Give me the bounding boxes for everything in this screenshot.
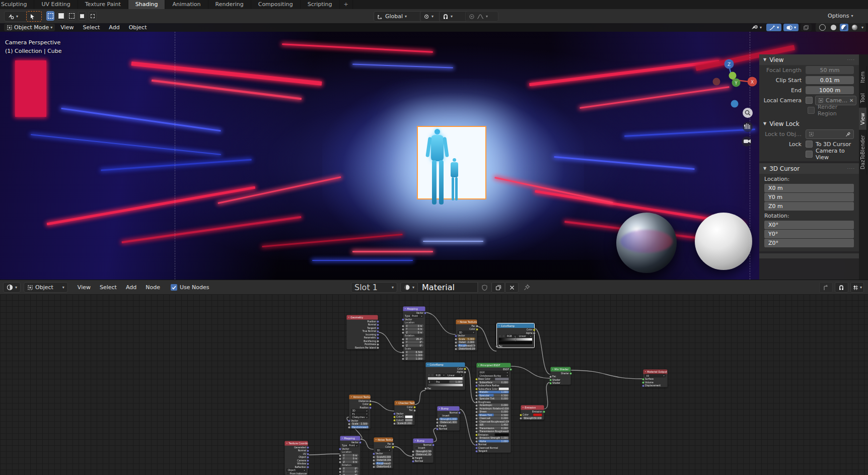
shader-menu-node[interactable]: Node: [141, 284, 165, 291]
node-row-randomness[interactable]: Randomness1.000: [349, 426, 371, 429]
use-nodes-toggle[interactable]: Use Nodes: [171, 284, 209, 291]
pin-button[interactable]: [521, 283, 533, 292]
shader-menu-view[interactable]: View: [73, 284, 95, 291]
checkbox-to-3d-cursor[interactable]: [806, 141, 813, 148]
node-mix-shader[interactable]: ▾Mix ShaderShaderFacShaderShader: [550, 367, 571, 385]
node-row-displacement[interactable]: Displacement: [643, 384, 668, 387]
node-header-voronoi-texture[interactable]: ▾Voronoi Texture: [349, 395, 371, 399]
socket-out[interactable]: [377, 347, 379, 349]
node-header-noise-texture-1[interactable]: ▾Noise Texture: [456, 320, 477, 324]
node-material-output[interactable]: ▾Material OutputAll▾SurfaceVolumeDisplac…: [643, 369, 668, 387]
node-emission[interactable]: ▾EmissionEmissionColorStrength50.000: [521, 405, 544, 420]
cursor-location-z[interactable]: Z0 m: [764, 202, 854, 211]
node-row-distortion[interactable]: Distortion0.000: [374, 465, 393, 468]
clear-camera-icon[interactable]: ✕: [849, 98, 853, 103]
node-row-emission-strength[interactable]: Emission Strength1.000: [477, 436, 511, 440]
field-value-focal-length[interactable]: 50 mm: [806, 66, 854, 74]
socket-in[interactable]: [520, 417, 522, 420]
node-header-mapping-1[interactable]: ▾Mapping: [403, 307, 425, 311]
node-row-anisotropic-rotation[interactable]: Anisotropic Rotation0.000: [477, 407, 511, 411]
tab-scripting[interactable]: Scripting: [301, 0, 340, 9]
shader-menu-select[interactable]: Select: [95, 284, 121, 291]
field-value-end[interactable]: 1000 m: [806, 86, 854, 94]
local-camera-checkbox[interactable]: [806, 97, 813, 104]
node-header-material-output[interactable]: ▾Material Output: [643, 370, 668, 374]
node-row-shader[interactable]: Shader: [551, 381, 571, 385]
node-row-transmission-roughness[interactable]: Transmission Roughness0.000: [477, 430, 511, 433]
shading-rendered-button[interactable]: [850, 24, 859, 31]
select-mode-tweak[interactable]: [46, 11, 54, 21]
select-mode-extend[interactable]: [89, 11, 97, 21]
cursor-rotation-y[interactable]: Y0°: [764, 230, 854, 238]
node-texture-coordinate[interactable]: ▾Texture CoordinateGeneratedNormalUVObje…: [284, 441, 308, 475]
node-header-texture-coordinate[interactable]: ▾Texture Coordinate: [285, 441, 308, 446]
node-row-roughness[interactable]: Roughness0.500: [374, 462, 393, 465]
socket-in[interactable]: [412, 460, 414, 463]
cursor-location-x[interactable]: X0 m: [764, 184, 854, 192]
node-row-metallic[interactable]: Metallic1.000: [477, 390, 511, 394]
node-row-alpha[interactable]: Alpha1.000: [477, 440, 511, 443]
node-row-strength[interactable]: Strength1.000: [438, 418, 460, 421]
node-header-geometry[interactable]: ▾Geometry: [347, 315, 378, 320]
socket-in[interactable]: [436, 428, 439, 431]
node-mapping-2[interactable]: ▾MappingVectorTypePoint▾VectorLocationX0…: [340, 436, 360, 475]
socket-in[interactable]: [348, 426, 350, 429]
node-colorramp-1[interactable]: ▾ColorRampColorAlphaRGB▾Linear▾Fac: [496, 323, 535, 348]
node-checker-texture[interactable]: ▾Checker TextureColorFacVectorColor1Colo…: [394, 400, 415, 425]
shading-wireframe-button[interactable]: [818, 24, 827, 31]
options-dropdown[interactable]: Options ▾: [825, 11, 863, 21]
socket-in[interactable]: [393, 423, 396, 425]
xray-toggle[interactable]: [801, 24, 812, 31]
node-noise-texture-1[interactable]: ▾Noise TextureFacColor3D▾VectorScale5.00…: [456, 319, 477, 351]
socket-in[interactable]: [496, 345, 498, 348]
tab-compositing[interactable]: Compositing: [251, 0, 301, 9]
socket-in[interactable]: [373, 466, 375, 468]
node-header-checker-texture[interactable]: ▾Checker Texture: [395, 401, 415, 405]
fake-user-button[interactable]: [478, 282, 491, 293]
tool-settings-button[interactable]: ▾: [4, 11, 28, 22]
tab-animation[interactable]: Animation: [165, 0, 208, 9]
socket-in[interactable]: [455, 348, 457, 351]
node-row-scale[interactable]: Scale18.000: [395, 422, 415, 425]
node-header-mix-shader[interactable]: ▾Mix Shader: [551, 367, 571, 372]
shading-material-preview-button[interactable]: [840, 24, 848, 31]
new-material-button[interactable]: [491, 282, 505, 293]
tab-texture-paint[interactable]: Texture Paint: [78, 0, 128, 9]
select-mode-box[interactable]: [57, 11, 65, 21]
transform-orientation-dropdown[interactable]: Global ▾: [374, 11, 424, 22]
socket-in[interactable]: [402, 358, 404, 360]
snap-toggle-button[interactable]: [835, 282, 848, 293]
node-principled-bsdf[interactable]: ▾Principled BSDFBSDFGGX▾Christensen-Burl…: [476, 363, 511, 453]
node-row-clearcoat-roughness[interactable]: Clearcoat Roughness0.030: [477, 420, 511, 424]
select-mode-lasso[interactable]: [78, 11, 86, 21]
cursor-panel-header[interactable]: ▼3D Cursor····: [759, 163, 859, 174]
socket-in[interactable]: [549, 382, 552, 385]
browse-material-dropdown[interactable]: ▾: [400, 282, 418, 293]
cursor-location-y[interactable]: Y0 m: [764, 193, 854, 201]
color-swatch[interactable]: [495, 433, 509, 436]
show-gizmo-visibility-dropdown[interactable]: ▾: [749, 24, 764, 31]
node-row-distortion[interactable]: Distortion0.000: [456, 347, 477, 351]
checkbox[interactable]: [286, 472, 290, 475]
field-value-clip-start[interactable]: 0.01 m: [806, 76, 854, 84]
node-header-colorramp-2[interactable]: ▾ColorRamp: [426, 363, 465, 367]
tab-shading[interactable]: Shading: [128, 0, 166, 9]
node-header-emission[interactable]: ▾Emission: [521, 405, 544, 410]
cursor-rotation-x[interactable]: X0°: [764, 221, 854, 229]
socket-in[interactable]: [642, 385, 644, 387]
shader-type-dropdown[interactable]: Object ▾: [24, 282, 68, 293]
node-header-principled-bsdf[interactable]: ▾Principled BSDF: [477, 363, 511, 368]
node-voronoi-texture[interactable]: ▾Voronoi TextureDistanceColorPosition3D▾…: [349, 394, 371, 429]
material-slot-dropdown[interactable]: Slot 1 ▾: [351, 282, 397, 293]
shading-solid-button[interactable]: [829, 24, 838, 31]
node-row-specular-tint[interactable]: Specular Tint0.000: [477, 397, 511, 400]
viewport-menu-object[interactable]: Object: [124, 24, 152, 31]
node-row-normal[interactable]: Normal: [438, 427, 460, 431]
tab-uv-editing[interactable]: UV Editing: [34, 0, 78, 9]
node-header-colorramp-1[interactable]: ▾ColorRamp: [497, 323, 534, 328]
node-row-z[interactable]: Z1.000: [403, 357, 425, 361]
node-bump-2[interactable]: ▾BumpNormalInvertStrength0.300Distance1.…: [413, 438, 433, 463]
go-to-parent-node-tree-button[interactable]: [819, 282, 833, 293]
viewport-menu-select[interactable]: Select: [78, 24, 104, 31]
color-swatch[interactable]: [498, 387, 509, 390]
